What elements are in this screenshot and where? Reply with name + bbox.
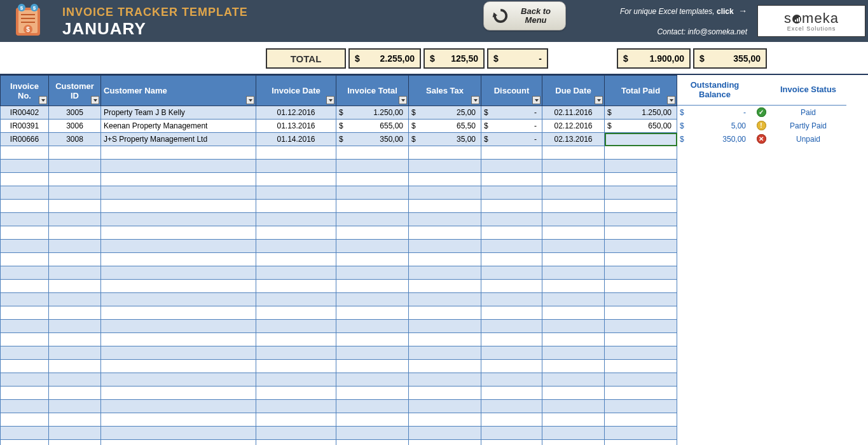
total-tax: $125,50	[424, 48, 485, 69]
status-row	[677, 226, 846, 239]
col-customer-name[interactable]: Customer Name	[101, 76, 256, 106]
table-row[interactable]	[1, 427, 677, 440]
cell-invoice-no[interactable]: IR00402	[1, 106, 49, 120]
svg-text:$: $	[26, 26, 30, 33]
status-row	[677, 399, 846, 413]
someka-logo[interactable]: ssomekameka Excel Solutions	[757, 5, 865, 37]
back-to-menu-button[interactable]: Back to Menu	[483, 1, 566, 31]
table-row[interactable]	[1, 400, 677, 413]
table-row[interactable]	[1, 306, 677, 320]
cell[interactable]: $25,00	[409, 106, 481, 120]
filter-dropdown-icon[interactable]	[39, 96, 47, 104]
table-row[interactable]	[1, 226, 677, 240]
table-row[interactable]	[1, 266, 677, 280]
svg-text:$: $	[33, 5, 36, 11]
cell[interactable]: $350,00	[336, 133, 409, 146]
col-invoice-no[interactable]: Invoice No.	[1, 76, 49, 106]
svg-text:$: $	[20, 5, 24, 11]
table-row[interactable]	[1, 333, 677, 346]
cell-invoice-date[interactable]: 01.14.2016	[256, 133, 336, 146]
table-row[interactable]	[1, 213, 677, 226]
status-row	[677, 373, 846, 386]
col-sales-tax[interactable]: Sales Tax	[409, 76, 481, 106]
cell-invoice-no[interactable]: IR00391	[1, 120, 49, 133]
col-invoice-date[interactable]: Invoice Date	[256, 76, 336, 106]
table-row[interactable]	[1, 146, 677, 160]
cell[interactable]: $650,00	[605, 120, 677, 133]
col-total-paid[interactable]: Total Paid	[605, 76, 677, 106]
status-row: $5,00 ! Partly Paid	[677, 119, 846, 132]
total-invoice: $2.255,00	[348, 48, 421, 69]
cell[interactable]: $35,00	[409, 133, 481, 146]
cell[interactable]: $65,50	[409, 120, 481, 133]
table-row[interactable]	[1, 160, 677, 173]
cell[interactable]: $1.250,00	[605, 106, 677, 120]
col-due-date[interactable]: Due Date	[542, 76, 605, 106]
table-row[interactable]	[1, 173, 677, 186]
table-row[interactable]: IR00666 3008 J+S Property Management Ltd…	[1, 133, 677, 146]
total-label: TOTAL	[266, 48, 346, 69]
table-row[interactable]	[1, 320, 677, 333]
totals-row: TOTAL $2.255,00 $125,50 $- $1.900,00 $35…	[0, 42, 868, 74]
filter-dropdown-icon[interactable]	[532, 96, 541, 104]
table-row[interactable]	[1, 253, 677, 266]
cell-customer-id[interactable]: 3008	[49, 133, 101, 146]
table-row[interactable]	[1, 200, 677, 213]
cell-customer-name[interactable]: Property Team J B Kelly	[101, 106, 256, 120]
status-icon: ✕	[757, 134, 766, 144]
col-customer-id[interactable]: Customer ID	[49, 76, 101, 106]
cell-invoice-date[interactable]: 01.12.2016	[256, 106, 336, 120]
status-row	[677, 292, 846, 306]
cell-customer-id[interactable]: 3005	[49, 106, 101, 120]
filter-dropdown-icon[interactable]	[667, 96, 675, 104]
table-row[interactable]	[1, 346, 677, 360]
filter-dropdown-icon[interactable]	[471, 96, 479, 104]
status-row	[677, 279, 846, 292]
cell-due-date[interactable]: 02.12.2016	[542, 120, 605, 133]
status-row	[677, 199, 846, 212]
header-right-info: For unique Excel templates, click → Cont…	[620, 0, 747, 42]
table-row[interactable]	[1, 360, 677, 373]
cell[interactable]: $655,00	[336, 120, 409, 133]
col-discount[interactable]: Discount	[481, 76, 542, 106]
table-row[interactable]	[1, 280, 677, 293]
status-row	[677, 386, 846, 399]
cell-invoice-no[interactable]: IR00666	[1, 133, 49, 146]
status-row	[677, 252, 846, 266]
svg-rect-6	[21, 14, 35, 15]
table-row[interactable]	[1, 413, 677, 427]
templates-promo[interactable]: For unique Excel templates, click →	[620, 6, 747, 16]
filter-dropdown-icon[interactable]	[326, 96, 334, 104]
table-row[interactable]	[1, 186, 677, 200]
table-row[interactable]: IR00391 3006 Keenan Property Management …	[1, 120, 677, 133]
cell[interactable]: $-	[481, 133, 542, 146]
cell[interactable]	[605, 133, 677, 146]
cell-customer-name[interactable]: Keenan Property Management	[101, 120, 256, 133]
status-row	[677, 359, 846, 373]
status-row	[677, 426, 846, 439]
table-row[interactable]	[1, 240, 677, 253]
status-row	[677, 332, 846, 346]
table-row[interactable]	[1, 440, 677, 446]
col-invoice-total[interactable]: Invoice Total	[336, 76, 409, 106]
cell[interactable]: $1.250,00	[336, 106, 409, 120]
cell-due-date[interactable]: 02.11.2016	[542, 106, 605, 120]
table-row[interactable]	[1, 373, 677, 387]
filter-dropdown-icon[interactable]	[246, 96, 254, 104]
filter-dropdown-icon[interactable]	[595, 96, 603, 104]
svg-rect-12	[795, 20, 796, 22]
invoice-table[interactable]: Invoice No. Customer ID Customer Name In…	[0, 75, 677, 445]
filter-dropdown-icon[interactable]	[399, 96, 407, 104]
cell-due-date[interactable]: 02.13.2016	[542, 133, 605, 146]
filter-dropdown-icon[interactable]	[91, 96, 99, 104]
cell-customer-id[interactable]: 3006	[49, 120, 101, 133]
cell-customer-name[interactable]: J+S Property Management Ltd	[101, 133, 256, 146]
table-row[interactable]: IR00402 3005 Property Team J B Kelly 01.…	[1, 106, 677, 120]
cell[interactable]: $-	[481, 120, 542, 133]
table-row[interactable]	[1, 293, 677, 306]
cell[interactable]: $-	[481, 106, 542, 120]
status-row	[677, 186, 846, 199]
col-outstanding: Outstanding Balance	[677, 75, 752, 105]
cell-invoice-date[interactable]: 01.13.2016	[256, 120, 336, 133]
table-row[interactable]	[1, 387, 677, 400]
